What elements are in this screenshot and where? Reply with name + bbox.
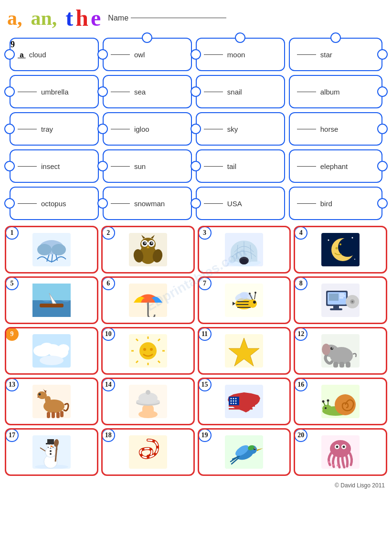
answer-section: 9 a cloud owl xyxy=(0,33,392,222)
blank-owl xyxy=(111,54,130,55)
circle-album-right xyxy=(377,86,388,97)
svg-point-106 xyxy=(37,397,39,398)
svg-rect-98 xyxy=(333,362,338,368)
circle-insect-left xyxy=(4,161,15,171)
svg-point-150 xyxy=(48,447,49,448)
svg-point-3 xyxy=(52,244,66,255)
svg-point-125 xyxy=(231,400,232,402)
svg-point-50 xyxy=(248,299,257,308)
image-grid: 1 2 xyxy=(0,222,392,480)
image-cell-15: 15 xyxy=(198,378,291,425)
svg-point-97 xyxy=(332,347,333,348)
image-cell-13: 13 xyxy=(5,378,98,425)
answer-box-umbrella: umbrella xyxy=(10,75,99,108)
svg-point-151 xyxy=(50,448,51,449)
answer-word-album: album xyxy=(320,88,340,96)
image-cell-20: 20 xyxy=(294,428,387,476)
answer-box-bird: bird xyxy=(289,187,382,220)
svg-point-175 xyxy=(332,464,334,466)
badge-5: 5 xyxy=(5,277,19,290)
copyright: © David Lisgo 2011 xyxy=(0,480,392,491)
image-cell-8: 8 xyxy=(294,276,387,324)
image-sun xyxy=(129,334,167,368)
image-snail xyxy=(321,385,360,418)
answer-box-sea: sea xyxy=(103,75,192,108)
answer-box-snail: snail xyxy=(196,75,285,108)
svg-point-169 xyxy=(330,440,351,457)
blank-horse xyxy=(297,129,316,129)
svg-point-34 xyxy=(339,243,341,245)
image-cloud-storm xyxy=(32,233,71,266)
circle-octopus-left xyxy=(4,198,15,209)
blank-bird xyxy=(297,203,316,204)
svg-rect-107 xyxy=(47,412,50,418)
image-star xyxy=(225,334,263,368)
answer-word-sea: sea xyxy=(134,88,146,96)
answer-cell-insect: insect xyxy=(10,149,99,183)
badge-6: 6 xyxy=(102,277,115,290)
answer-word-insect: insect xyxy=(41,162,60,170)
answer-cell-cloud: a cloud xyxy=(10,38,99,71)
svg-point-137 xyxy=(327,400,329,402)
answer-box-igloo: igloo xyxy=(103,112,192,146)
answer-row-4: insect sun tail elephant xyxy=(5,147,387,185)
circle-moon-left xyxy=(191,49,201,60)
image-cell-10: 10 xyxy=(101,327,195,375)
circle-tray-left xyxy=(4,124,15,134)
blank-snail xyxy=(204,92,223,92)
answer-row-1: a cloud owl moon xyxy=(5,36,387,73)
answer-cell-sea: sea xyxy=(103,75,192,108)
svg-point-123 xyxy=(233,398,234,400)
badge-9: 9 xyxy=(5,327,19,341)
svg-point-58 xyxy=(254,292,256,294)
answer-box-snowman: snowman xyxy=(103,187,192,220)
circle-star-top xyxy=(330,32,341,43)
svg-rect-39 xyxy=(32,300,71,317)
svg-rect-66 xyxy=(333,306,339,308)
badge-4: 4 xyxy=(294,226,307,240)
blank-usa xyxy=(204,203,223,204)
name-underline xyxy=(131,18,226,18)
circle-usa-left xyxy=(191,198,201,209)
badge-13: 13 xyxy=(5,378,19,391)
svg-point-165 xyxy=(254,448,255,449)
circle-sun-left xyxy=(97,161,108,171)
circle-umbrella-left xyxy=(4,86,15,97)
answer-box-tray: tray xyxy=(10,112,99,146)
answer-cell-tray: tray xyxy=(10,112,99,146)
image-cell-7: 7 xyxy=(198,276,291,324)
circle-horse-right xyxy=(377,124,388,134)
answer-word-bird: bird xyxy=(320,200,332,208)
svg-rect-100 xyxy=(346,362,350,368)
answer-cell-elephant: elephant xyxy=(289,149,382,183)
badge-7: 7 xyxy=(198,277,212,290)
blank-tail xyxy=(204,166,223,167)
circle-star-right xyxy=(377,49,388,60)
svg-point-88 xyxy=(143,348,146,351)
answer-cell-umbrella: umbrella xyxy=(10,75,99,108)
answer-cell-sun: sun xyxy=(103,149,192,183)
answer-cell-star: star xyxy=(289,38,382,71)
answer-box-album: album xyxy=(289,75,382,108)
svg-point-138 xyxy=(325,407,327,409)
svg-rect-62 xyxy=(329,294,339,301)
svg-point-35 xyxy=(328,240,329,241)
svg-point-57 xyxy=(249,293,251,295)
svg-point-117 xyxy=(146,390,150,395)
circle-elephant-right xyxy=(377,161,388,171)
answer-word-tail: tail xyxy=(227,162,236,170)
blank-elephant xyxy=(297,166,316,167)
answer-word-star: star xyxy=(320,51,332,59)
svg-rect-109 xyxy=(56,412,60,418)
image-cell-17: 17 xyxy=(5,428,98,476)
image-moon xyxy=(321,233,360,266)
svg-point-77 xyxy=(40,356,64,365)
image-usa xyxy=(225,385,263,418)
image-octopus xyxy=(321,435,360,469)
image-bee xyxy=(225,284,263,317)
badge-15: 15 xyxy=(198,378,212,391)
badge-12: 12 xyxy=(294,327,307,341)
circle-snowman-left xyxy=(97,198,108,209)
svg-point-36 xyxy=(352,237,353,239)
image-bird xyxy=(225,435,263,469)
